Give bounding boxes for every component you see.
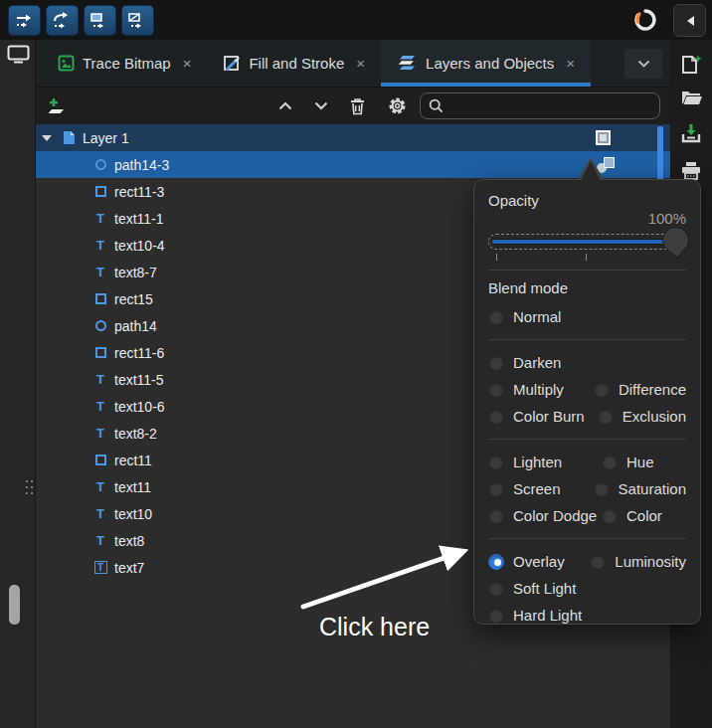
blend-option-lighten[interactable]: Lighten (488, 454, 602, 470)
object-name: text11-5 (114, 372, 164, 388)
blend-option-label: Color Dodge (513, 507, 597, 524)
close-icon[interactable]: × (183, 55, 192, 72)
object-row-path14-3[interactable]: path14-3 (36, 151, 670, 178)
print-button[interactable] (680, 161, 702, 180)
tab-layers-and-objects[interactable]: Layers and Objects × (381, 40, 591, 87)
blend-option-label: Multiply (513, 381, 564, 398)
blend-option-multiply[interactable]: Multiply (488, 381, 594, 398)
object-name: text10 (114, 506, 152, 522)
left-scrollbar-thumb[interactable] (9, 585, 20, 625)
tab-list-dropdown-button[interactable] (624, 49, 662, 79)
blend-option-color[interactable]: Color (602, 507, 662, 524)
delete-layer-button[interactable] (344, 93, 370, 119)
blend-option-label: Screen (513, 480, 561, 497)
radio-icon[interactable] (598, 409, 614, 425)
rect-icon (91, 293, 109, 304)
rect-icon (91, 347, 109, 358)
object-name: text10-4 (114, 238, 165, 254)
search-input[interactable] (449, 98, 651, 114)
arrow-offset-icon-3 (89, 11, 111, 31)
blend-option-hard-light[interactable]: Hard Light (488, 607, 602, 624)
blend-option-hue[interactable]: Hue (602, 454, 654, 470)
collapse-panel-button[interactable] (673, 4, 706, 37)
arrow-offset-button-3[interactable] (84, 5, 116, 36)
settings-button[interactable] (384, 93, 410, 119)
blend-option-screen[interactable]: Screen (488, 480, 594, 497)
radio-icon[interactable] (488, 409, 504, 425)
monitor-icon[interactable] (7, 45, 31, 65)
radio-icon[interactable] (602, 508, 618, 524)
close-icon[interactable]: × (356, 55, 365, 72)
opacity-slider[interactable] (488, 231, 686, 261)
annotation-arrow (291, 535, 495, 620)
blend-option-overlay[interactable]: Overlay (488, 553, 590, 570)
blend-option-saturation[interactable]: Saturation (594, 480, 686, 497)
tab-trace-bitmap[interactable]: Trace Bitmap × (42, 40, 207, 87)
blend-option-label: Color Burn (513, 408, 585, 425)
blend-opacity-popup: Opacity 100% Blend mode Normal Darken Mu… (473, 179, 701, 625)
left-dock-strip (0, 40, 36, 728)
import-icon (680, 123, 702, 143)
blend-indicator-icon[interactable] (596, 130, 611, 145)
object-name: text8-7 (114, 265, 157, 280)
object-name: path14 (114, 318, 157, 334)
slider-handle[interactable] (662, 227, 689, 254)
arrow-offset-button-4[interactable] (121, 5, 154, 36)
import-button[interactable] (680, 123, 702, 143)
blend-option-color-dodge[interactable]: Color Dodge (488, 507, 602, 524)
text-icon: T (91, 212, 109, 225)
tab-label: Trace Bitmap (83, 55, 171, 72)
move-up-button[interactable] (272, 93, 298, 119)
radio-icon[interactable] (594, 382, 610, 398)
path-icon (91, 159, 109, 170)
radio-icon[interactable] (488, 481, 504, 497)
blend-option-label: Lighten (513, 454, 562, 470)
radio-icon[interactable] (488, 355, 504, 371)
blend-option-exclusion[interactable]: Exclusion (598, 408, 686, 425)
blend-option-label: Exclusion (623, 408, 686, 425)
arrow-offset-button-2[interactable] (46, 5, 79, 36)
add-layer-icon (47, 96, 67, 115)
radio-icon[interactable] (488, 455, 504, 470)
object-name: rect15 (114, 291, 153, 307)
blend-option-darken[interactable]: Darken (488, 354, 602, 371)
opacity-label: Opacity (488, 192, 686, 209)
text-icon: T (91, 427, 109, 440)
arrow-offset-button-1[interactable] (8, 5, 41, 36)
blend-option-soft-light[interactable]: Soft Light (488, 580, 602, 597)
gear-icon (388, 96, 407, 115)
grip-dots-icon[interactable] (26, 480, 34, 496)
radio-icon[interactable] (602, 455, 618, 470)
new-document-icon (680, 54, 702, 76)
layer-icon (60, 130, 78, 145)
blend-option-difference[interactable]: Difference (594, 381, 686, 398)
object-name: text8 (114, 533, 144, 549)
radio-icon[interactable] (488, 382, 504, 398)
expander-icon[interactable] (42, 135, 52, 141)
close-icon[interactable]: × (566, 55, 575, 72)
blend-option-label: Saturation (619, 480, 686, 497)
divider (488, 439, 686, 440)
open-document-button[interactable] (680, 88, 703, 106)
list-scrollbar-thumb[interactable] (657, 126, 663, 182)
blend-option-normal[interactable]: Normal (488, 308, 602, 325)
blend-option-label: Color (626, 507, 662, 524)
tab-fill-and-stroke[interactable]: Fill and Stroke × (207, 40, 381, 87)
layer-row-layer1[interactable]: Layer 1 (36, 124, 670, 151)
radio-icon[interactable] (590, 554, 606, 570)
blend-option-luminosity[interactable]: Luminosity (590, 553, 686, 570)
tab-label: Fill and Stroke (249, 55, 344, 72)
radio-icon[interactable] (594, 481, 610, 497)
radio-icon[interactable] (488, 508, 504, 524)
blend-option-color-burn[interactable]: Color Burn (488, 408, 598, 425)
radio-icon[interactable] (488, 309, 504, 325)
open-folder-icon (680, 88, 703, 106)
search-box[interactable] (420, 92, 660, 119)
add-layer-button[interactable] (44, 93, 70, 119)
blend-option-label: Hard Light (513, 607, 582, 624)
object-name: rect11-3 (114, 184, 164, 200)
text-icon: T (91, 239, 109, 252)
move-down-button[interactable] (308, 93, 334, 119)
blend-option-label: Soft Light (513, 580, 576, 597)
new-document-button[interactable] (680, 54, 702, 76)
